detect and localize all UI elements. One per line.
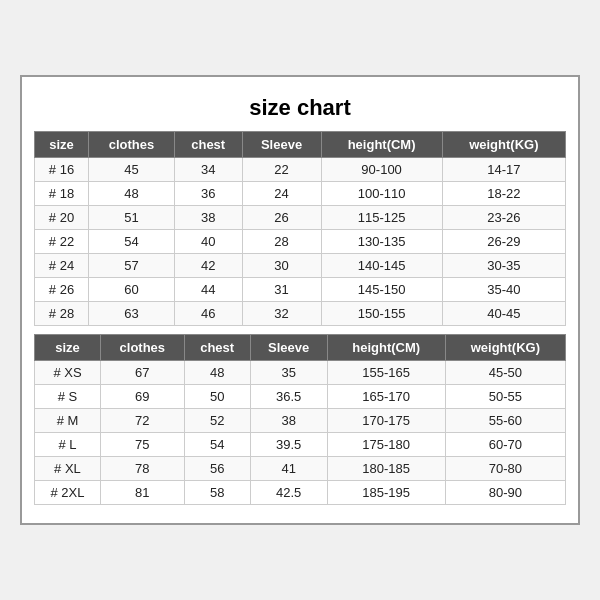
table-cell: 67 xyxy=(100,361,184,385)
table-cell: 38 xyxy=(250,409,327,433)
chart-title: size chart xyxy=(34,87,566,131)
table-cell: # 20 xyxy=(35,206,89,230)
table-cell: 36.5 xyxy=(250,385,327,409)
table-cell: 60 xyxy=(89,278,175,302)
table-cell: 54 xyxy=(89,230,175,254)
table-cell: 54 xyxy=(184,433,250,457)
table-cell: # M xyxy=(35,409,101,433)
table-cell: 40-45 xyxy=(442,302,565,326)
table-cell: 180-185 xyxy=(327,457,445,481)
table-row: # 28634632150-15540-45 xyxy=(35,302,566,326)
table-cell: 26-29 xyxy=(442,230,565,254)
table-cell: 60-70 xyxy=(445,433,565,457)
table-cell: 63 xyxy=(89,302,175,326)
table-cell: 55-60 xyxy=(445,409,565,433)
table-cell: 185-195 xyxy=(327,481,445,505)
table-cell: 35-40 xyxy=(442,278,565,302)
table-cell: 42 xyxy=(174,254,242,278)
table-cell: 18-22 xyxy=(442,182,565,206)
table-cell: 56 xyxy=(184,457,250,481)
table-row: # XS674835155-16545-50 xyxy=(35,361,566,385)
table-cell: 52 xyxy=(184,409,250,433)
column-header: Sleeve xyxy=(242,132,321,158)
table-cell: 115-125 xyxy=(321,206,442,230)
table-cell: 35 xyxy=(250,361,327,385)
table-cell: 48 xyxy=(89,182,175,206)
table-cell: 75 xyxy=(100,433,184,457)
table-cell: # 24 xyxy=(35,254,89,278)
table-cell: 22 xyxy=(242,158,321,182)
table-cell: 34 xyxy=(174,158,242,182)
table-cell: 165-170 xyxy=(327,385,445,409)
table-cell: 57 xyxy=(89,254,175,278)
column-header: chest xyxy=(184,335,250,361)
table-cell: 41 xyxy=(250,457,327,481)
table-cell: 36 xyxy=(174,182,242,206)
table-row: # M725238170-17555-60 xyxy=(35,409,566,433)
table-cell: 100-110 xyxy=(321,182,442,206)
table-row: # S695036.5165-17050-55 xyxy=(35,385,566,409)
table-cell: # 28 xyxy=(35,302,89,326)
size-chart-card: size chart sizeclotheschestSleeveheight(… xyxy=(20,75,580,525)
table-cell: 30-35 xyxy=(442,254,565,278)
table-cell: # 16 xyxy=(35,158,89,182)
table-cell: 50 xyxy=(184,385,250,409)
table-cell: # L xyxy=(35,433,101,457)
table-cell: 40 xyxy=(174,230,242,254)
table-cell: # 22 xyxy=(35,230,89,254)
column-header: clothes xyxy=(100,335,184,361)
size-table-children: sizeclotheschestSleeveheight(CM)weight(K… xyxy=(34,131,566,326)
table-cell: 90-100 xyxy=(321,158,442,182)
table-row: # 18483624100-11018-22 xyxy=(35,182,566,206)
column-header: chest xyxy=(174,132,242,158)
table-cell: 30 xyxy=(242,254,321,278)
table-cell: # 18 xyxy=(35,182,89,206)
table-row: # XL785641180-18570-80 xyxy=(35,457,566,481)
column-header: size xyxy=(35,132,89,158)
table-row: # 26604431145-15035-40 xyxy=(35,278,566,302)
table-cell: 45-50 xyxy=(445,361,565,385)
table-row: # L755439.5175-18060-70 xyxy=(35,433,566,457)
table-cell: 44 xyxy=(174,278,242,302)
column-header: size xyxy=(35,335,101,361)
column-header: Sleeve xyxy=(250,335,327,361)
table-cell: 24 xyxy=(242,182,321,206)
size-table-adults: sizeclotheschestSleeveheight(CM)weight(K… xyxy=(34,334,566,505)
table-cell: 170-175 xyxy=(327,409,445,433)
table-cell: 48 xyxy=(184,361,250,385)
table-cell: 50-55 xyxy=(445,385,565,409)
table-cell: 155-165 xyxy=(327,361,445,385)
table-cell: # 2XL xyxy=(35,481,101,505)
table-cell: 130-135 xyxy=(321,230,442,254)
table-cell: 42.5 xyxy=(250,481,327,505)
table-cell: 81 xyxy=(100,481,184,505)
table-cell: 51 xyxy=(89,206,175,230)
table-cell: 28 xyxy=(242,230,321,254)
table-cell: 58 xyxy=(184,481,250,505)
table-cell: 38 xyxy=(174,206,242,230)
table-cell: # S xyxy=(35,385,101,409)
column-header: height(CM) xyxy=(327,335,445,361)
table-cell: 80-90 xyxy=(445,481,565,505)
table-cell: 23-26 xyxy=(442,206,565,230)
table-cell: 69 xyxy=(100,385,184,409)
table-cell: 175-180 xyxy=(327,433,445,457)
table-cell: # 26 xyxy=(35,278,89,302)
table-cell: 70-80 xyxy=(445,457,565,481)
table-row: # 22544028130-13526-29 xyxy=(35,230,566,254)
table-cell: 140-145 xyxy=(321,254,442,278)
table-cell: 26 xyxy=(242,206,321,230)
table-row: # 1645342290-10014-17 xyxy=(35,158,566,182)
column-header: height(CM) xyxy=(321,132,442,158)
table-cell: 46 xyxy=(174,302,242,326)
column-header: weight(KG) xyxy=(445,335,565,361)
table-cell: # XL xyxy=(35,457,101,481)
table-cell: 14-17 xyxy=(442,158,565,182)
column-header: weight(KG) xyxy=(442,132,565,158)
table-cell: # XS xyxy=(35,361,101,385)
table-cell: 31 xyxy=(242,278,321,302)
table-row: # 2XL815842.5185-19580-90 xyxy=(35,481,566,505)
table-cell: 72 xyxy=(100,409,184,433)
table-row: # 20513826115-12523-26 xyxy=(35,206,566,230)
table-cell: 45 xyxy=(89,158,175,182)
